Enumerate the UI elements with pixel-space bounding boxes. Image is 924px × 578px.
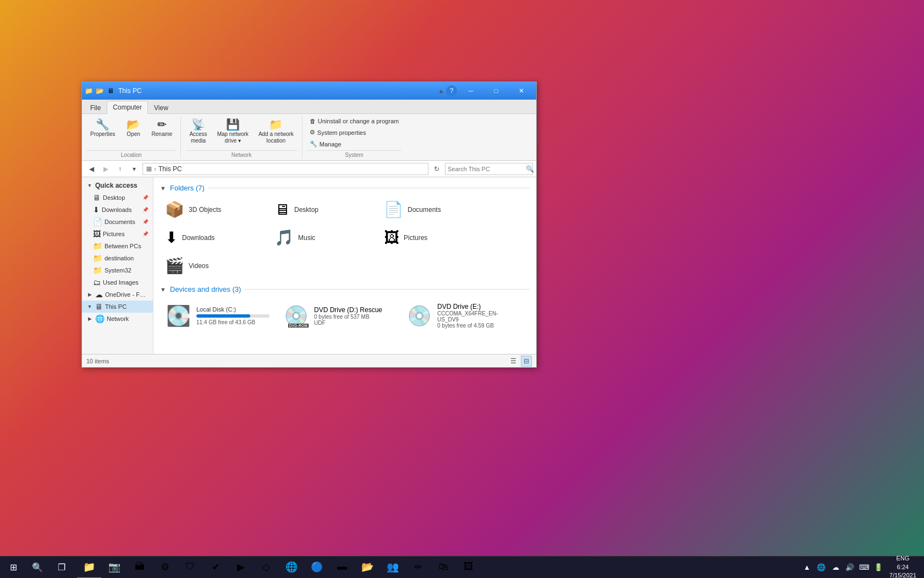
taskbar-app-camera[interactable]: 📷: [102, 557, 127, 579]
taskbar-app-globe[interactable]: 🌐: [279, 557, 304, 579]
search-button[interactable]: 🔍: [26, 557, 48, 579]
window-controls: ▲ ? ─ □ ✕: [436, 82, 534, 100]
minimize-button[interactable]: ─: [458, 82, 483, 100]
sidebar-quick-access-header[interactable]: ▼ Quick access: [82, 179, 153, 192]
taskbar-apps: 📁 📷 🏔 ⚙ 🛡 ✔ ▶ ◇ 🌐 🔵 ▬ 📂 👥 ✏ 🛍 🖼: [75, 557, 483, 579]
desktop-folder-icon: 🖥: [274, 200, 290, 219]
volume-icon[interactable]: 🔊: [843, 557, 856, 579]
window-icon-3: 🖥: [106, 86, 115, 95]
properties-button[interactable]: 🔧 Properties: [86, 116, 119, 140]
tray-arrow-icon[interactable]: ▲: [800, 557, 813, 579]
open-button[interactable]: 📂 Open: [122, 116, 146, 140]
sidebar-item-between-pcs[interactable]: 📁 Between PCs: [82, 240, 153, 252]
start-button[interactable]: ⊞: [2, 557, 24, 579]
folder-item-documents[interactable]: 📄 Documents: [379, 197, 486, 222]
forward-button[interactable]: ▶: [100, 163, 112, 175]
up-button[interactable]: ↑: [114, 163, 126, 175]
3d-objects-folder-icon: 📦: [165, 200, 184, 219]
taskbar-app-file2[interactable]: 📂: [355, 557, 380, 579]
sidebar-item-pictures[interactable]: 🖼 Pictures 📌: [82, 228, 153, 240]
window-title: This PC: [118, 87, 436, 95]
ribbon-collapse-button[interactable]: ▲: [436, 86, 446, 96]
tab-computer[interactable]: Computer: [107, 101, 148, 114]
sidebar-item-this-pc[interactable]: ▼ 🖥 This PC: [82, 301, 153, 313]
taskbar-app-chrome[interactable]: 🔵: [305, 557, 329, 579]
between-pcs-icon: 📁: [93, 242, 102, 250]
disk-c-progress-bar: [196, 314, 270, 318]
drive-item-c[interactable]: 💽 Local Disk (C:) 11.4 GB free of 43.6 G…: [160, 298, 276, 334]
uninstall-button[interactable]: 🗑 Uninstall or change a program: [307, 116, 402, 126]
window-icon-1: 📁: [84, 86, 93, 95]
rename-button[interactable]: ✏ Rename: [148, 116, 177, 140]
network-tray-icon[interactable]: 🌐: [815, 557, 828, 579]
search-icon[interactable]: 🔍: [526, 165, 534, 173]
folder-item-desktop[interactable]: 🖥 Desktop: [270, 197, 377, 222]
downloads-folder-icon: ⬇: [165, 228, 178, 247]
sidebar-item-downloads[interactable]: ⬇ Downloads 📌: [82, 204, 153, 216]
folder-item-music[interactable]: 🎵 Music: [270, 225, 377, 250]
task-view-button[interactable]: ❐: [51, 557, 73, 579]
ribbon-group-system: 🗑 Uninstall or change a program ⚙ System…: [307, 116, 406, 158]
sidebar-item-documents[interactable]: 📄 Documents 📌: [82, 216, 153, 228]
map-network-drive-button[interactable]: 💾 Map networkdrive ▾: [213, 116, 252, 147]
sidebar-item-network[interactable]: ▶ 🌐 Network: [82, 313, 153, 325]
help-button[interactable]: ?: [446, 85, 457, 96]
devices-collapse-button[interactable]: ▼: [160, 286, 167, 293]
network-expand-icon: ▶: [86, 315, 93, 322]
drive-item-e[interactable]: 💿 DVD Drive (E:) CCCOMA_X64FRE_EN-US_DV9…: [401, 298, 522, 334]
view-detail-button[interactable]: ⊟: [521, 356, 532, 367]
taskbar-app-check[interactable]: ✔: [204, 557, 228, 579]
file-explorer-window: 📁 📂 🖥 This PC ▲ ? ─ □ ✕ File Computer Vi…: [81, 81, 537, 368]
this-pc-expand-icon: ▼: [86, 303, 93, 310]
used-images-icon: 🗂: [93, 278, 101, 287]
close-button[interactable]: ✕: [509, 82, 534, 100]
keyboard-icon[interactable]: ⌨: [857, 557, 871, 579]
add-network-location-button[interactable]: 📁 Add a networklocation: [255, 116, 298, 147]
ribbon-group-location: 🔧 Properties 📂 Open ✏ Rename Location: [86, 116, 181, 158]
tab-view[interactable]: View: [148, 101, 174, 114]
folder-item-3d-objects[interactable]: 📦 3D Objects: [160, 197, 267, 222]
view-list-button[interactable]: ☰: [508, 356, 519, 367]
folder-item-pictures[interactable]: 🖼 Pictures: [379, 225, 486, 250]
recent-locations-button[interactable]: ▾: [128, 163, 140, 175]
taskbar-app-pen[interactable]: ✏: [406, 557, 430, 579]
drive-item-d[interactable]: 💿 DVD-ROM DVD Drive (D:) Rescue 0 bytes …: [278, 298, 399, 334]
taskbar-app-img[interactable]: 🖼: [457, 557, 481, 579]
sidebar-item-desktop[interactable]: 🖥 Desktop 📌: [82, 192, 153, 204]
taskbar-app-users[interactable]: 👥: [381, 557, 405, 579]
taskbar-app-dash[interactable]: ▬: [330, 557, 354, 579]
sidebar-item-destination[interactable]: 📁 destination: [82, 252, 153, 264]
access-media-button[interactable]: 📡 Accessmedia: [185, 116, 211, 147]
taskbar-clock[interactable]: ENG 6:24 7/15/2021: [886, 557, 920, 579]
refresh-button[interactable]: ↻: [431, 163, 443, 175]
taskbar-app-bag[interactable]: 🛍: [431, 557, 455, 579]
taskbar-app-settings[interactable]: ⚙: [153, 557, 177, 579]
manage-button[interactable]: 🔧 Manage: [307, 139, 402, 149]
pictures-folder-icon: 🖼: [384, 228, 399, 247]
taskbar-app-explorer[interactable]: 📁: [77, 557, 101, 579]
folders-section-title: Folders (7): [170, 184, 205, 192]
maximize-button[interactable]: □: [483, 82, 509, 100]
folder-item-videos[interactable]: 🎬 Videos: [160, 253, 267, 279]
sidebar-item-system32[interactable]: 📁 System32: [82, 264, 153, 276]
desktop-icon: 🖥: [93, 193, 101, 202]
taskbar-app-shield[interactable]: 🛡: [178, 557, 202, 579]
sidebar-item-used-images[interactable]: 🗂 Used Images: [82, 276, 153, 288]
downloads-icon: ⬇: [93, 205, 100, 214]
taskbar-app-vscode[interactable]: ◇: [254, 557, 278, 579]
tab-file[interactable]: File: [84, 101, 107, 114]
search-input[interactable]: [448, 166, 524, 172]
folder-item-downloads[interactable]: ⬇ Downloads: [160, 225, 267, 250]
address-bar: ◀ ▶ ↑ ▾ ⊞ › This PC ↻ 🔍: [82, 161, 536, 177]
back-button[interactable]: ◀: [85, 163, 97, 175]
battery-icon[interactable]: 🔋: [872, 557, 885, 579]
taskbar-app-terminal[interactable]: ▶: [229, 557, 253, 579]
sidebar-item-onedrive[interactable]: ▶ ☁ OneDrive - Family: [82, 288, 153, 301]
folders-collapse-button[interactable]: ▼: [160, 185, 167, 192]
ribbon-group-system-label: System: [307, 150, 402, 158]
taskbar-app-store[interactable]: 🏔: [128, 557, 152, 579]
onedrive-tray-icon[interactable]: ☁: [829, 557, 842, 579]
system-properties-button[interactable]: ⚙ System properties: [307, 127, 402, 138]
address-path[interactable]: ⊞ › This PC: [142, 163, 428, 175]
dvd-e-icon-wrap: 💿: [407, 304, 432, 328]
